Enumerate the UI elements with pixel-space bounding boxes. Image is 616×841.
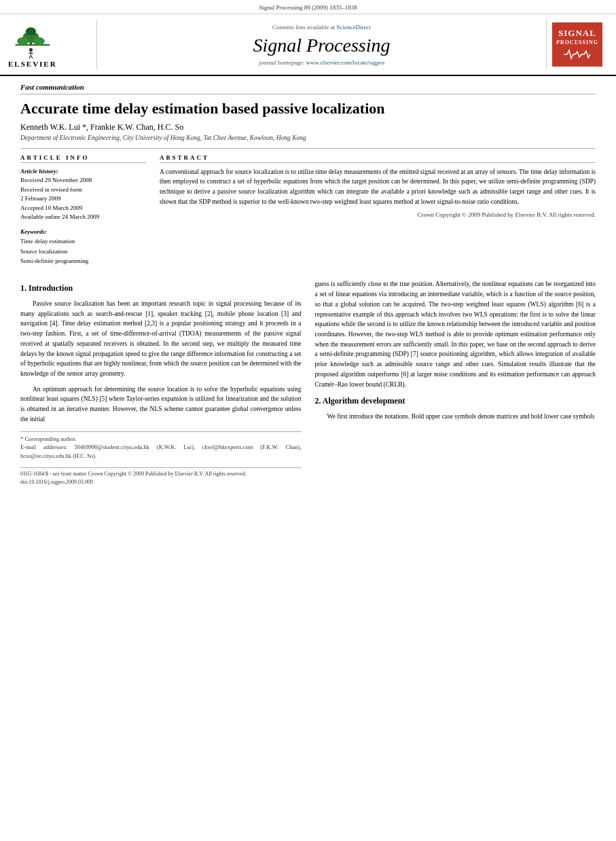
article-type-label: Fast communication xyxy=(20,83,596,94)
intro-para2: An optimum approach for determining the … xyxy=(20,384,302,425)
elsevier-tree-icon xyxy=(12,21,53,58)
abstract-column: Abstract A conventional approach for sou… xyxy=(160,154,596,272)
journal-badge-section: SIGNAL PROCESSING xyxy=(547,20,608,69)
body-left-column: 1. Introduction Passive source localizat… xyxy=(20,279,302,486)
footnote-section: * Corresponding author. E-mail addresses… xyxy=(20,431,302,461)
section2-title: 2. Algorithm development xyxy=(315,395,596,408)
section2-para1: We first introduce the notations. Bold u… xyxy=(315,412,596,422)
revised-label: Received in revised form xyxy=(20,185,146,195)
svg-point-3 xyxy=(17,37,29,46)
article-section: Fast communication Accurate time delay e… xyxy=(0,76,616,271)
elsevier-logo-section: ELSEVIER xyxy=(8,20,96,69)
keyword-2: Source localization xyxy=(20,247,146,256)
homepage-url[interactable]: www.elsevier.com/locate/sigpro xyxy=(306,59,384,66)
authors-line: Kenneth W.K. Lui *, Frankie K.W. Chan, H… xyxy=(20,122,596,132)
svg-point-5 xyxy=(26,27,36,35)
svg-point-4 xyxy=(33,37,45,46)
svg-line-10 xyxy=(31,56,33,58)
journal-title-section: Contents lists available at ScienceDirec… xyxy=(96,20,547,69)
badge-waveform-icon xyxy=(564,48,591,61)
contents-available-text: Contents lists available at ScienceDirec… xyxy=(272,24,371,31)
elsevier-logo: ELSEVIER xyxy=(8,21,57,68)
article-info-header: Article Info xyxy=(20,154,146,163)
article-info-abstract-columns: Article Info Article history: Received 2… xyxy=(20,154,596,272)
email-1: 50469990@student.cityu.edu.hk (K.W.K. Lu… xyxy=(75,444,196,450)
svg-point-6 xyxy=(29,48,33,52)
revised-date: 2 February 2009 xyxy=(20,194,146,204)
body-section: 1. Introduction Passive source localizat… xyxy=(0,271,616,493)
body-columns: 1. Introduction Passive source localizat… xyxy=(20,279,596,486)
footer-section: 0165-1684/$ - see front matter Crown Cop… xyxy=(20,467,302,487)
email-line: E-mail addresses: 50469990@student.cityu… xyxy=(20,443,302,461)
available-online: Available online 24 March 2009 xyxy=(20,213,146,222)
history-group: Article history: Received 29 November 20… xyxy=(20,167,146,222)
journal-citation: Signal Processing 89 (2009) 1835–1838 xyxy=(0,0,616,14)
right-para1: guess is sufficiently close to the true … xyxy=(315,279,596,389)
accepted-date: Accepted 10 March 2009 xyxy=(20,204,146,213)
svg-line-9 xyxy=(29,56,31,58)
issn-line: 0165-1684/$ - see front matter Crown Cop… xyxy=(20,470,302,478)
sciencedirect-link[interactable]: ScienceDirect xyxy=(337,24,371,31)
article-info-column: Article Info Article history: Received 2… xyxy=(20,154,146,272)
header-divider xyxy=(20,148,596,149)
section1-title: 1. Introduction xyxy=(20,282,302,295)
article-history-block: Article history: Received 29 November 20… xyxy=(20,167,146,266)
elsevier-wordmark: ELSEVIER xyxy=(8,60,57,68)
signal-processing-badge: SIGNAL PROCESSING xyxy=(552,22,602,67)
page-wrapper: Signal Processing 89 (2009) 1835–1838 xyxy=(0,0,616,841)
corresponding-note: * Corresponding author. xyxy=(20,435,302,444)
abstract-text: A conventional approach for source local… xyxy=(160,167,596,207)
received-date: Received 29 November 2008 xyxy=(20,176,146,185)
journal-title: Signal Processing xyxy=(253,35,391,56)
journal-header: ELSEVIER Contents lists available at Sci… xyxy=(0,14,616,76)
abstract-header: Abstract xyxy=(160,154,596,163)
homepage-line: journal homepage: www.elsevier.com/locat… xyxy=(259,59,384,66)
keywords-group: Keywords: Time delay estimation Source l… xyxy=(20,228,146,266)
citation-text: Signal Processing 89 (2009) 1835–1838 xyxy=(259,4,357,11)
intro-para1: Passive source localization has been an … xyxy=(20,299,302,379)
keywords-list: Time delay estimation Source localizatio… xyxy=(20,236,146,266)
keyword-1: Time delay estimation xyxy=(20,236,146,246)
copyright-line: Crown Copyright © 2009 Published by Else… xyxy=(160,211,596,218)
body-right-column: guess is sufficiently close to the true … xyxy=(315,279,596,486)
affiliation-line: Department of Electronic Engineering, Ci… xyxy=(20,135,596,141)
doi-line: doi:10.1016/j.sigpro.2009.03.009 xyxy=(20,478,302,486)
keyword-3: Semi-definite programming xyxy=(20,256,146,266)
article-title: Accurate time delay estimation based pas… xyxy=(20,100,596,118)
